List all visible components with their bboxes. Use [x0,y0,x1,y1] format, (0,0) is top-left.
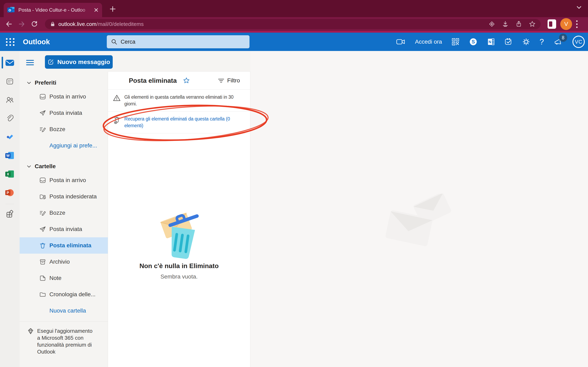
page-title: Posta eliminata [129,77,177,84]
side-panel-icon[interactable] [548,19,556,29]
empty-trash-illustration [153,211,206,260]
recover-items-row[interactable]: Recupera gli elementi eliminati da quest… [108,111,250,133]
new-folder-link[interactable]: Nuova cartella [20,303,108,319]
tab-title: Posta - Video Cultur-e - Outloo [18,7,94,13]
url-path: /mail/0/deleteditems [96,21,144,27]
retention-notice-text: Gli elementi in questa cartella verranno… [124,94,244,107]
rail-divider [6,204,14,204]
search-placeholder: Cerca [121,39,135,45]
add-to-favorites-link[interactable]: Aggiungi ai prefe... [20,137,108,154]
favorite-star-icon[interactable] [183,77,190,84]
hamburger-menu-icon[interactable] [26,60,34,67]
download-icon[interactable] [502,21,509,27]
favorites-section-header[interactable]: Preferiti [20,77,108,89]
browser-profile-avatar[interactable]: V [560,18,572,30]
chevron-down-icon [26,80,31,85]
empty-state-subtitle: Sembra vuota. [108,273,250,280]
new-tab-button[interactable] [109,5,117,13]
sidebar-item-inbox[interactable]: Posta in arrivo [20,89,108,105]
premium-diamond-icon [27,327,34,355]
folder-icon [39,291,46,298]
rail-attachments-icon[interactable] [0,109,20,128]
folder-item-inbox[interactable]: Posta in arrivo [20,172,108,188]
browser-menu-icon[interactable] [576,20,578,28]
svg-text:o: o [9,8,11,12]
signin-link[interactable]: Accedi ora [415,39,442,45]
url-bar[interactable]: outlook.live.com/mail/0/deleteditems [45,19,541,29]
warning-icon [113,94,121,107]
meeting-video-icon[interactable] [396,38,406,46]
folder-item-sent[interactable]: Posta inviata [20,221,108,237]
outlook-brand[interactable]: Outlook [23,33,50,51]
chevron-down-icon [26,164,31,169]
reader-mode-icon[interactable] [488,21,495,27]
account-avatar[interactable]: VC [572,36,585,48]
list-header: Posta eliminata Filtro [108,72,250,90]
recover-items-link[interactable]: Recupera gli elementi eliminati da quest… [124,116,244,129]
compose-icon [48,59,54,65]
inbox-icon [39,177,46,184]
reading-pane [250,51,588,367]
qr-code-icon[interactable] [451,38,459,46]
rail-powerpoint-icon[interactable]: P [0,183,20,202]
new-message-button[interactable]: Nuovo messaggio [45,55,113,69]
filter-button[interactable]: Filtro [218,77,240,84]
browser-chrome: o Posta - Video Cultur-e - Outloo [0,0,588,33]
lock-icon [50,21,56,27]
back-button-icon[interactable] [5,20,13,28]
sent-icon [39,226,46,233]
search-bar[interactable]: Cerca [107,35,250,48]
svg-text:X: X [7,172,9,176]
skype-icon[interactable]: S [469,38,477,46]
restore-trash-icon [113,116,121,129]
tab-strip: o Posta - Video Cultur-e - Outloo [0,0,588,17]
new-message-label: Nuovo messaggio [57,58,110,66]
sidebar-item-drafts[interactable]: Bozze [20,121,108,137]
tasks-icon[interactable] [504,38,513,46]
rail-selected-indicator [2,57,3,68]
rail-apps-icon[interactable] [0,206,20,222]
folder-item-archive[interactable]: Archivio [20,254,108,270]
rail-people-icon[interactable] [0,91,20,109]
folder-item-notes[interactable]: Note [20,270,108,286]
reload-button-icon[interactable] [31,20,38,28]
svg-text:P: P [7,191,9,195]
folder-item-junk[interactable]: Posta indesiderata [20,188,108,205]
junk-folder-icon [39,193,46,200]
rail-todo-icon[interactable] [0,128,20,146]
folder-item-history[interactable]: Cronologia delle... [20,286,108,303]
app-rail: W X P [0,51,20,367]
empty-state-title: Non c'è nulla in Eliminato [108,262,250,270]
folder-item-deleted[interactable]: Posta eliminata [20,237,108,254]
upgrade-banner[interactable]: Esegui l'aggiornamento a Microsoft 365 c… [20,322,108,355]
trash-icon [39,242,46,249]
upgrade-text: Esegui l'aggiornamento a Microsoft 365 c… [37,327,94,355]
rail-word-icon[interactable]: W [0,146,20,165]
drafts-icon [39,126,46,133]
tab-search-chevron-icon[interactable] [576,5,582,10]
onenote-icon[interactable]: N [487,38,495,46]
announcements-icon[interactable]: 8 [553,37,563,47]
retention-notice-row: Gli elementi in questa cartella verranno… [108,90,250,111]
folders-section-header[interactable]: Cartelle [20,161,108,172]
archive-icon [39,258,46,265]
tab-close-icon[interactable] [94,7,99,13]
browser-toolbar: outlook.live.com/mail/0/deleteditems V [0,17,588,31]
help-icon[interactable]: ? [540,38,544,46]
folder-item-drafts[interactable]: Bozze [20,205,108,221]
rail-calendar-icon[interactable] [0,72,20,91]
bookmark-star-icon[interactable] [529,21,536,27]
sidebar-item-sent[interactable]: Posta inviata [20,105,108,121]
settings-gear-icon[interactable] [522,38,530,46]
message-list-pane: Posta eliminata Filtro Gli elementi in q… [108,71,250,367]
share-icon[interactable] [515,21,522,27]
forward-button-icon[interactable] [18,20,25,28]
rail-excel-icon[interactable]: X [0,165,20,183]
browser-tab[interactable]: o Posta - Video Cultur-e - Outloo [4,3,102,17]
app-launcher-icon[interactable] [6,38,15,47]
drafts-icon [39,209,46,216]
filter-icon [218,77,224,83]
outlook-header: Outlook Cerca Accedi ora S N ? [0,33,588,51]
rail-mail-icon[interactable] [0,53,20,72]
search-icon [111,39,117,45]
